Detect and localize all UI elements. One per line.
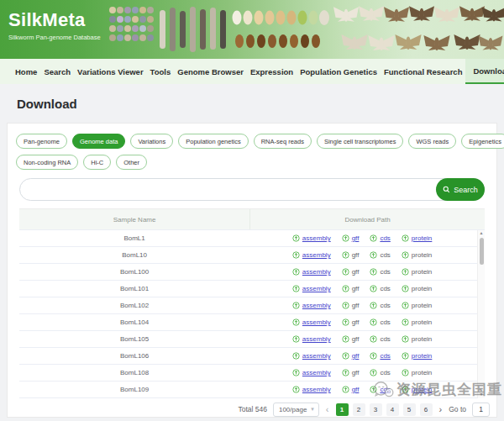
- download-link-label: protein: [412, 386, 432, 393]
- filter-pill-single-cell-transcriptomes[interactable]: Single cell transcriptomes: [317, 134, 403, 149]
- download-link-cds[interactable]: cds: [370, 251, 390, 259]
- filter-pill-hi-c[interactable]: Hi-C: [83, 155, 111, 170]
- filter-pill-non-coding-rna[interactable]: Non-coding RNA: [16, 155, 78, 170]
- download-link-protein[interactable]: protein: [402, 302, 432, 309]
- download-link-cds[interactable]: cds: [370, 318, 390, 326]
- download-link-protein[interactable]: protein: [402, 352, 432, 360]
- scrollbar-thumb[interactable]: [480, 238, 484, 265]
- download-link-protein[interactable]: protein: [402, 335, 432, 343]
- download-link-gff[interactable]: gff: [342, 335, 360, 343]
- nav-item-functional-research[interactable]: Functional Research: [381, 59, 465, 84]
- page-size-select[interactable]: 100/page ▾: [273, 403, 319, 417]
- download-icon: [342, 369, 349, 376]
- download-link-cds[interactable]: cds: [370, 285, 390, 292]
- prev-page-button[interactable]: ‹: [325, 404, 330, 414]
- page-button-2[interactable]: 2: [353, 403, 365, 416]
- download-link-cds[interactable]: cds: [370, 268, 390, 276]
- download-link-cds[interactable]: cds: [370, 302, 390, 309]
- goto-page-input[interactable]: [472, 403, 490, 417]
- filter-pill-wgs-reads[interactable]: WGS reads: [408, 134, 456, 149]
- scroll-up-arrow-icon[interactable]: ▲: [480, 230, 484, 236]
- download-link-protein[interactable]: protein: [402, 234, 432, 242]
- filter-pill-population-genetics[interactable]: Population genetics: [178, 134, 248, 149]
- download-link-assembly[interactable]: assembly: [292, 318, 331, 326]
- download-link-gff[interactable]: gff: [342, 268, 360, 276]
- table-row: BomL102assemblygffcdsprotein: [19, 297, 485, 314]
- download-icon: [292, 352, 300, 360]
- download-link-label: assembly: [302, 285, 331, 292]
- table-row: BomL1assemblygffcdsprotein: [19, 230, 485, 247]
- download-icon: [292, 285, 300, 292]
- filter-pill-pan-genome[interactable]: Pan-genome: [16, 134, 67, 149]
- table-row: BomL109assemblygffcdsprotein: [19, 382, 485, 398]
- table-row: BomL101assemblygffcdsprotein: [19, 281, 485, 297]
- download-icon: [370, 302, 377, 309]
- nav-item-search[interactable]: Search: [40, 59, 74, 84]
- download-link-label: cds: [380, 251, 390, 259]
- download-link-assembly[interactable]: assembly: [292, 268, 331, 276]
- page-button-6[interactable]: 6: [420, 403, 433, 416]
- download-link-protein[interactable]: protein: [402, 268, 432, 276]
- download-icon: [342, 318, 349, 326]
- search-input[interactable]: [19, 178, 485, 201]
- download-link-assembly[interactable]: assembly: [292, 352, 331, 360]
- download-link-gff[interactable]: gff: [342, 352, 360, 360]
- download-link-assembly[interactable]: assembly: [292, 302, 331, 309]
- download-link-protein[interactable]: protein: [402, 285, 432, 292]
- download-link-assembly[interactable]: assembly: [292, 369, 331, 376]
- download-link-gff[interactable]: gff: [342, 318, 360, 326]
- download-link-assembly[interactable]: assembly: [292, 251, 331, 259]
- filter-pill-epigenetics[interactable]: Epigenetics: [461, 134, 504, 149]
- table-body: BomL1assemblygffcdsproteinBomL10assembly…: [19, 230, 485, 398]
- filter-pill-rna-seq-reads[interactable]: RNA-seq reads: [254, 134, 312, 149]
- download-link-assembly[interactable]: assembly: [292, 234, 331, 242]
- download-link-cds[interactable]: cds: [370, 352, 390, 360]
- download-link-label: gff: [352, 268, 360, 276]
- nav-item-population-genetics[interactable]: Population Genetics: [297, 59, 381, 84]
- download-link-cds[interactable]: cds: [370, 335, 390, 343]
- page-button-5[interactable]: 5: [403, 403, 416, 416]
- nav-item-tools[interactable]: Tools: [147, 59, 175, 84]
- filter-pill-genome-data[interactable]: Genome data: [72, 134, 125, 149]
- download-link-label: gff: [352, 386, 360, 393]
- download-link-protein[interactable]: protein: [402, 386, 432, 393]
- download-path-cell: assemblygffcdsprotein: [249, 297, 485, 313]
- nav-item-home[interactable]: Home: [12, 59, 40, 84]
- download-link-protein[interactable]: protein: [402, 369, 432, 376]
- download-link-protein[interactable]: protein: [402, 318, 432, 326]
- download-link-label: gff: [352, 335, 360, 343]
- download-link-gff[interactable]: gff: [342, 285, 360, 292]
- download-link-protein[interactable]: protein: [402, 251, 432, 259]
- download-link-cds[interactable]: cds: [370, 369, 390, 376]
- app: SilkMeta Silkworm Pan-genome Database: [0, 0, 504, 123]
- download-icon: [292, 234, 300, 242]
- download-link-gff[interactable]: gff: [342, 386, 360, 393]
- filter-row: Non-coding RNAHi-COther: [16, 155, 488, 170]
- download-link-assembly[interactable]: assembly: [292, 335, 331, 343]
- nav-item-download[interactable]: Download: [465, 59, 504, 84]
- filter-pill-variations[interactable]: Variations: [130, 134, 173, 149]
- scroll-down-arrow-icon[interactable]: ▼: [480, 392, 484, 397]
- download-icon: [292, 369, 300, 376]
- page-button-3[interactable]: 3: [370, 403, 382, 416]
- filter-pill-other[interactable]: Other: [116, 155, 147, 170]
- nav-item-genome-browser[interactable]: Genome Browser: [174, 59, 247, 84]
- download-link-gff[interactable]: gff: [342, 302, 360, 309]
- page-button-4[interactable]: 4: [386, 403, 399, 416]
- download-link-gff[interactable]: gff: [342, 251, 360, 259]
- table-scrollbar[interactable]: ▲ ▼: [477, 230, 485, 398]
- download-link-gff[interactable]: gff: [342, 234, 360, 242]
- download-link-cds[interactable]: cds: [370, 234, 390, 242]
- download-link-assembly[interactable]: assembly: [292, 386, 331, 393]
- download-link-assembly[interactable]: assembly: [292, 285, 331, 292]
- download-link-gff[interactable]: gff: [342, 369, 360, 376]
- next-page-button[interactable]: ›: [438, 404, 444, 414]
- download-link-cds[interactable]: cds: [370, 386, 390, 393]
- nav-item-variations-viewer[interactable]: Variations Viewer: [74, 59, 147, 84]
- download-link-label: assembly: [302, 386, 331, 393]
- download-icon: [292, 302, 300, 309]
- search-button[interactable]: Search: [436, 178, 485, 201]
- table-row: BomL100assemblygffcdsprotein: [19, 264, 485, 281]
- page-button-1[interactable]: 1: [336, 403, 349, 416]
- nav-item-expression[interactable]: Expression: [247, 59, 297, 84]
